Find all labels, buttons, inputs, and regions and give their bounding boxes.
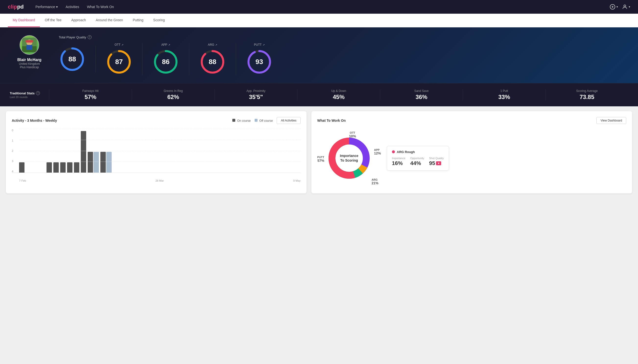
stat-greens-in-reg: Greens In Reg 62% — [132, 89, 215, 100]
svg-text:Importance: Importance — [340, 154, 358, 158]
ott-value: 87 — [115, 58, 123, 66]
on-course-bar — [81, 131, 86, 172]
player-info: Blair McHarg United Kingdom Plus Handica… — [10, 35, 49, 69]
off-course-bar — [94, 152, 99, 172]
stat-scoring-average: Scoring Average 73.85 — [545, 89, 628, 100]
detail-card-title: ARG Rough — [392, 150, 444, 154]
tpq-help-icon[interactable]: ? — [88, 35, 92, 39]
tab-my-dashboard[interactable]: My Dashboard — [8, 14, 40, 27]
bar-group-7 — [67, 162, 73, 173]
svg-point-3 — [624, 5, 626, 7]
bar-group-5 — [53, 162, 59, 173]
activity-chart-header: Activity - 3 Months - Weekly On course O… — [12, 117, 301, 124]
detail-opportunity: Opportunity 44% — [410, 157, 424, 166]
stat-up-and-down: Up & Down 45% — [297, 89, 380, 100]
svg-rect-8 — [26, 40, 33, 42]
tab-putting[interactable]: Putting — [128, 14, 148, 27]
putt-donut-label: PUTT 57% — [317, 156, 324, 162]
putt-circle: 93 — [246, 48, 273, 75]
tab-off-the-tee[interactable]: Off the Tee — [40, 14, 66, 27]
nav-performance[interactable]: Performance ▾ — [36, 3, 58, 11]
detail-dot — [392, 150, 395, 153]
nav-what-to-work-on[interactable]: What To Work On — [87, 3, 114, 11]
bar-group-6 — [60, 162, 66, 173]
player-handicap: Plus Handicap — [20, 66, 39, 69]
on-course-bar — [19, 162, 25, 173]
app-value: 86 — [162, 58, 169, 66]
off-course-dot — [255, 119, 258, 122]
bottom-panels: Activity - 3 Months - Weekly On course O… — [0, 106, 638, 198]
tpq-label: Total Player Quality ? — [59, 35, 628, 39]
chart-x-labels: 7 Feb 28 Mar 9 May — [12, 179, 301, 182]
activity-chart-title: Activity - 3 Months - Weekly — [12, 118, 57, 122]
donut-container: OTT 10% APP 12% PUTT 57% ARG — [317, 129, 381, 188]
stats-bar: Traditional Stats ? Last 20 rounds Fairw… — [0, 83, 638, 106]
stat-sand-save: Sand Save 36% — [380, 89, 463, 100]
bar-group-0 — [19, 162, 25, 173]
on-course-bar — [74, 162, 79, 173]
stats-help-icon[interactable]: ? — [36, 91, 40, 95]
app-circle: 86 — [152, 48, 179, 75]
shot-quality-badge: ▼ — [436, 161, 441, 165]
score-circles: 88 OTT ↗ 87 — [59, 43, 628, 75]
on-course-bar — [47, 162, 52, 173]
arg-label: ARG ↗ — [208, 43, 217, 46]
on-course-bar — [53, 162, 59, 173]
traditional-stats-label: Traditional Stats ? Last 20 rounds — [10, 91, 49, 98]
score-app: APP ↗ 86 — [142, 43, 189, 75]
tabs-bar: My Dashboard Off the Tee Approach Around… — [0, 14, 638, 28]
on-course-bar — [100, 152, 106, 172]
chart-y-labels: 4 3 2 1 0 — [12, 129, 13, 173]
ott-label: OTT ↗ — [115, 43, 123, 46]
tab-around-the-green[interactable]: Around the Green — [91, 14, 128, 27]
arg-value: 88 — [208, 58, 216, 66]
hero-section: Blair McHarg United Kingdom Plus Handica… — [0, 28, 638, 83]
nav-activities[interactable]: Activities — [66, 3, 79, 11]
score-ott: OTT ↗ 87 — [96, 43, 142, 75]
detail-card: ARG Rough Importance 16% Opportunity 44% — [387, 146, 449, 171]
logo[interactable]: clippd — [8, 4, 24, 10]
tab-approach[interactable]: Approach — [66, 14, 91, 27]
activity-chart-panel: Activity - 3 Months - Weekly On course O… — [6, 111, 307, 193]
all-activities-button[interactable]: All Activities — [277, 117, 300, 124]
view-dashboard-button[interactable]: View Dashboard — [596, 117, 626, 124]
add-button[interactable]: ▾ — [610, 4, 618, 10]
putt-label: PUTT ↗ — [254, 43, 264, 46]
donut-section: OTT 10% APP 12% PUTT 57% ARG — [317, 129, 381, 188]
wtwo-header: What To Work On View Dashboard — [317, 117, 626, 124]
top-navigation: clippd Performance ▾ Activities What To … — [0, 0, 638, 14]
bar-group-4 — [47, 162, 52, 173]
overall-circle: 88 — [59, 46, 86, 72]
off-course-bar — [106, 152, 112, 172]
chart-bars — [12, 129, 301, 173]
bar-group-9 — [81, 131, 86, 172]
on-course-dot — [232, 119, 235, 122]
user-menu-button[interactable]: ▾ — [622, 4, 630, 10]
detail-metrics: Importance 16% Opportunity 44% Shot Qual… — [392, 157, 444, 166]
overall-value: 88 — [68, 55, 76, 63]
shot-quality-value: 95 ▼ — [429, 160, 444, 166]
on-course-bar — [67, 162, 73, 173]
chart-area: 4 3 2 1 0 — [12, 129, 301, 178]
bar-group-11 — [100, 152, 112, 172]
donut-svg: Importance To Scoring — [325, 134, 374, 182]
player-country: United Kingdom — [19, 62, 40, 66]
what-to-work-on-panel: What To Work On View Dashboard OTT 10% A… — [311, 111, 632, 193]
app-donut-label: APP 12% — [374, 148, 381, 155]
wtwo-title: What To Work On — [317, 118, 346, 122]
bar-group-10 — [88, 152, 99, 172]
score-putt: PUTT ↗ 93 — [236, 43, 283, 75]
app-label: APP ↗ — [161, 43, 170, 46]
stat-1-putt: 1 Putt 33% — [463, 89, 545, 100]
nav-right: ▾ ▾ — [610, 4, 630, 10]
stat-app-proximity: App. Proximity 35'5" — [215, 89, 297, 100]
player-name: Blair McHarg — [17, 58, 42, 62]
svg-rect-7 — [27, 45, 32, 50]
detail-shot-quality: Shot Quality 95 ▼ — [429, 157, 444, 166]
stat-fairways-hit: Fairways Hit 57% — [49, 89, 132, 100]
score-arg: ARG ↗ 88 — [189, 43, 236, 75]
detail-importance: Importance 16% — [392, 157, 405, 166]
putt-value: 93 — [255, 58, 263, 66]
avatar — [20, 35, 39, 55]
tab-scoring[interactable]: Scoring — [148, 14, 170, 27]
